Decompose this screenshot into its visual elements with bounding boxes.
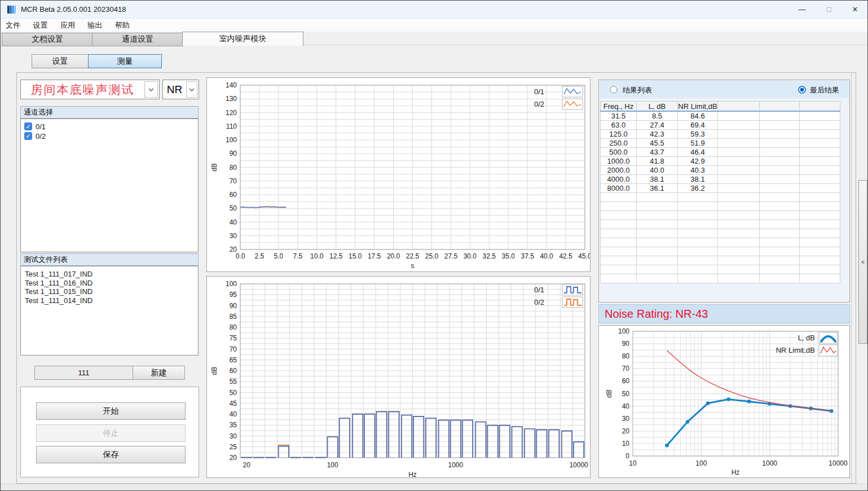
test-file-list[interactable]: Test 1_111_017_IND Test 1_111_016_IND Te… — [20, 266, 199, 356]
noise-rating-text: Noise Rating: NR-43 — [605, 305, 708, 323]
stop-button[interactable]: 停止 — [36, 424, 186, 442]
table-cell: 51.9 — [678, 139, 718, 148]
table-cell — [718, 139, 760, 148]
table-cell — [718, 166, 760, 175]
minimize-button[interactable]: — — [789, 1, 815, 18]
test-type-dropdown-arrow[interactable] — [144, 81, 158, 98]
table-cell — [718, 111, 760, 121]
tab-room-noise-module[interactable]: 室内噪声模块 — [182, 32, 303, 46]
file-list-item[interactable]: Test 1_111_017_IND — [21, 270, 198, 279]
table-cell: 4000.0 — [601, 175, 637, 184]
radio-last-result-label[interactable]: 最后结果 — [810, 85, 839, 95]
table-cell — [601, 256, 637, 265]
svg-text:75: 75 — [230, 334, 237, 342]
svg-text:100: 100 — [226, 136, 237, 144]
radio-result-list-label[interactable]: 结果列表 — [623, 85, 652, 95]
results-table-wrap: Freq., HzL, dBNR Limit,dB31.58.584.663.0… — [600, 101, 840, 283]
menu-item-output[interactable]: 输出 — [82, 19, 107, 32]
channel-row-0-2[interactable]: ✓ 0/2 — [24, 131, 46, 141]
table-row: 2000.040.040.3 — [601, 166, 840, 175]
table-cell — [760, 184, 800, 193]
svg-text:110: 110 — [226, 122, 237, 130]
table-row — [601, 211, 840, 220]
table-row — [601, 238, 840, 247]
menu-item-file[interactable]: 文件 — [1, 19, 25, 32]
table-cell: 36.2 — [678, 184, 718, 193]
svg-text:10: 10 — [629, 459, 637, 467]
collapse-panel-button[interactable]: < — [858, 180, 867, 344]
nr-curve-plot: 010203040506070809010010100100010000HzdB… — [599, 326, 849, 477]
file-list-item[interactable]: Test 1_111_014_IND — [21, 296, 198, 305]
table-row: 8000.036.136.2 — [601, 184, 840, 193]
svg-text:0/1: 0/1 — [534, 286, 544, 294]
table-cell — [760, 121, 800, 130]
menu-item-settings[interactable]: 设置 — [28, 19, 52, 32]
svg-text:60: 60 — [230, 191, 237, 199]
radio-selected-icon[interactable] — [798, 86, 806, 94]
table-cell — [601, 265, 637, 274]
test-type-combobox[interactable]: 房间本底噪声测试 — [20, 80, 160, 99]
table-cell — [718, 274, 760, 283]
table-row — [601, 247, 840, 256]
menu-bar: 文件 设置 应用 输出 帮助 — [1, 19, 868, 32]
results-table-header — [718, 102, 760, 112]
table-cell — [800, 166, 840, 175]
maximize-button[interactable]: □ — [816, 1, 842, 18]
svg-text:12.5: 12.5 — [329, 252, 343, 260]
table-cell — [800, 256, 840, 265]
table-row: 31.58.584.6 — [601, 111, 840, 121]
svg-text:60: 60 — [622, 377, 630, 385]
save-button[interactable]: 保存 — [36, 446, 186, 463]
svg-text:60: 60 — [230, 367, 237, 375]
noise-rating-banner: Noise Rating: NR-43 — [598, 304, 850, 323]
table-cell — [678, 256, 718, 265]
table-cell: 41.8 — [637, 157, 678, 166]
subtab-measure[interactable]: 测量 — [88, 54, 162, 68]
checkbox-checked-icon[interactable]: ✓ — [24, 132, 32, 140]
rating-type-dropdown-arrow[interactable] — [186, 81, 197, 98]
menu-item-help[interactable]: 帮助 — [110, 19, 135, 32]
svg-text:65: 65 — [230, 356, 237, 364]
table-cell — [760, 247, 800, 256]
table-cell — [678, 220, 718, 229]
table-cell — [601, 238, 637, 247]
svg-text:100: 100 — [695, 459, 707, 467]
file-list-item[interactable]: Test 1_111_015_IND — [21, 287, 198, 296]
results-table-header: L, dB — [637, 102, 678, 112]
new-file-button[interactable]: 新建 — [133, 366, 185, 380]
table-row — [601, 265, 840, 274]
table-cell — [718, 211, 760, 220]
tab-document-settings[interactable]: 文档设置 — [2, 33, 93, 46]
svg-text:10000: 10000 — [829, 459, 848, 467]
table-cell: 63.0 — [601, 121, 637, 130]
results-table[interactable]: Freq., HzL, dBNR Limit,dB31.58.584.663.0… — [600, 101, 840, 283]
rating-type-combobox[interactable]: NR — [162, 80, 199, 99]
start-button[interactable]: 开始 — [36, 402, 186, 420]
channel-label: 0/2 — [36, 132, 46, 141]
svg-text:15.0: 15.0 — [349, 252, 362, 260]
table-cell — [800, 130, 840, 139]
table-cell — [800, 211, 840, 220]
close-button[interactable]: ✕ — [842, 1, 868, 18]
table-cell — [678, 202, 718, 211]
table-cell — [760, 130, 800, 139]
table-cell: 500.0 — [601, 148, 637, 157]
tab-channel-settings[interactable]: 通道设置 — [92, 33, 183, 46]
radio-unselected-icon[interactable] — [610, 86, 618, 94]
svg-text:Hz: Hz — [732, 468, 740, 476]
table-cell — [718, 193, 760, 202]
table-cell — [760, 111, 800, 121]
checkbox-checked-icon[interactable]: ✓ — [24, 122, 32, 130]
table-cell — [718, 256, 760, 265]
svg-text:0/2: 0/2 — [534, 100, 544, 108]
subtab-settings[interactable]: 设置 — [32, 54, 89, 68]
file-name-input[interactable]: 111 — [34, 366, 133, 380]
table-cell — [800, 184, 840, 193]
results-table-header: NR Limit,dB — [678, 102, 718, 112]
file-list-item[interactable]: Test 1_111_016_IND — [21, 279, 198, 288]
menu-item-apply[interactable]: 应用 — [55, 19, 80, 32]
table-cell — [760, 220, 800, 229]
table-cell — [760, 274, 800, 283]
table-cell — [718, 229, 760, 238]
channel-row-0-1[interactable]: ✓ 0/1 — [24, 122, 46, 131]
